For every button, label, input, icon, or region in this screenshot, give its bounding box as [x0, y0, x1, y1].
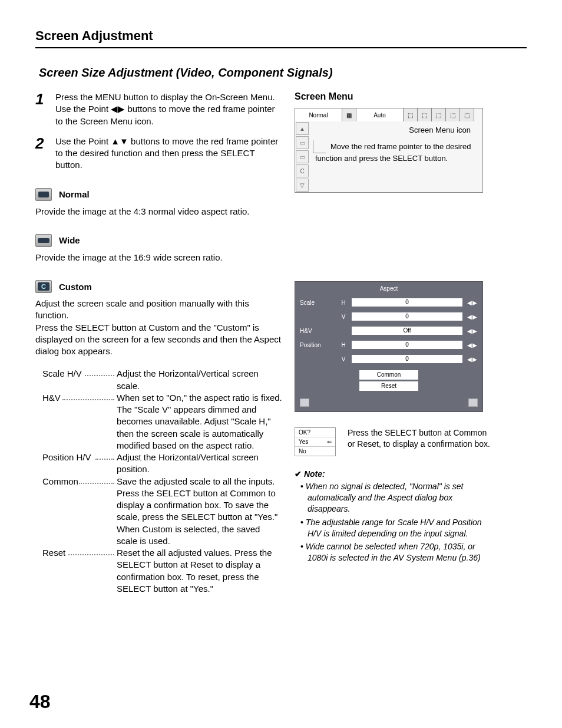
def-scale-hv: Scale H/V Adjust the Horizontal/Vertical… [42, 368, 283, 392]
step-number: 1 [35, 91, 55, 127]
wide-icon [35, 234, 52, 247]
menu-icon: ⬚ [432, 108, 446, 121]
menu-icon: ⬚ [404, 108, 418, 121]
mode-desc: Provide the image at the 4:3 normal vide… [35, 206, 283, 218]
def-text: Adjust the Horizontal/Vertical screen po… [117, 452, 283, 476]
pointer-instruction: Move the red frame pointer to the desire… [315, 142, 471, 163]
def-reset: Reset Reset the all adjusted values. Pre… [42, 547, 283, 595]
aspect-common-button[interactable]: Common [359, 370, 418, 380]
stepper-icon[interactable]: ◀▶ [466, 342, 478, 348]
custom-c-icon: C [296, 164, 309, 177]
def-label: Position H/V [42, 452, 91, 462]
def-text: Reset the all adjusted values. Press the… [117, 547, 283, 595]
mode-custom: Custom Adjust the screen scale and posit… [35, 280, 283, 357]
confirm-explanation: Press the SELECT button at Common or Res… [348, 427, 495, 450]
menu-top-auto: Auto [356, 108, 404, 121]
mode-normal: Normal Provide the image at the 4:3 norm… [35, 188, 283, 218]
screen-menu-title: Screen Menu [295, 91, 495, 102]
note-item: Wide cannot be selected when 720p, 1035i… [300, 541, 495, 564]
mode-title: Normal [59, 189, 90, 199]
screen-menu-icon-label: Screen Menu icon [315, 125, 477, 136]
screen-icon: ▭ [296, 136, 309, 149]
stepper-icon[interactable]: ◀▶ [466, 299, 478, 306]
mode-desc: Provide the image at the 16:9 wide scree… [35, 252, 283, 263]
aspect-v-label: V [335, 356, 352, 363]
aspect-reset-button[interactable]: Reset [359, 381, 418, 391]
arrow-up-icon: ▲ [296, 122, 309, 135]
aspect-position-label: Position [300, 342, 335, 348]
note-heading: Note: [295, 469, 325, 479]
step-number: 2 [35, 136, 55, 172]
arrow-down-icon: ▽ [296, 179, 309, 192]
menu-side-buttons: ▲ ▭ ▭ C ▽ [295, 121, 309, 192]
def-position-hv: Position H/V Adjust the Horizontal/Verti… [42, 452, 283, 476]
def-text: Adjust the Horizontal/Vertical screen sc… [117, 368, 283, 392]
mode-title: Custom [59, 282, 92, 292]
confirm-ok-label: OK? [299, 429, 310, 436]
step-1: 1 Press the MENU button to display the O… [35, 91, 283, 127]
menu-top-normal: Normal [295, 108, 342, 121]
step-text: Press the MENU button to display the On-… [55, 91, 283, 127]
note-list: When no signal is detected, "Normal" is … [295, 481, 495, 564]
arrow-left-icon: ⇐ [327, 439, 332, 445]
aspect-dialog: Aspect Scale H 0 ◀▶ V 0 ◀▶ H&V Off ◀▶ Po… [295, 281, 483, 412]
note-item: When no signal is detected, "Normal" is … [300, 481, 495, 515]
menu-icon: ⬚ [418, 108, 432, 121]
def-label: Reset [42, 548, 65, 558]
def-text: Save the adjusted scale to all the input… [117, 476, 283, 548]
step-2: 2 Use the Point ▲▼ buttons to move the r… [35, 136, 283, 172]
aspect-scale-label: Scale [300, 299, 335, 306]
stepper-icon[interactable]: ◀▶ [466, 314, 478, 320]
aspect-hv-label: H&V [300, 328, 335, 334]
def-hv: H&V When set to "On," the aspect ratio i… [42, 392, 283, 452]
back-icon[interactable] [468, 398, 478, 407]
note-item: The adjustable range for Scale H/V and P… [300, 517, 495, 539]
def-common: Common Save the adjusted scale to all th… [42, 476, 283, 548]
aspect-scale-h-field[interactable]: 0 [352, 298, 462, 307]
step-text: Use the Point ▲▼ buttons to move the red… [55, 136, 283, 172]
def-label: H&V [42, 393, 61, 403]
screen-icon: ▭ [296, 150, 309, 163]
def-label: Scale H/V [42, 368, 82, 378]
mode-wide: Wide Provide the image at the 16:9 wide … [35, 234, 283, 263]
confirm-no-button[interactable]: No [299, 448, 306, 454]
aspect-position-v-field[interactable]: 0 [352, 355, 462, 363]
def-label: Common [42, 476, 78, 486]
mode-desc: Adjust the screen scale and position man… [35, 298, 283, 357]
quit-icon[interactable] [300, 398, 309, 407]
confirm-box: OK? Yes⇐ No [295, 427, 336, 456]
stepper-icon[interactable]: ◀▶ [466, 356, 478, 363]
page-header: Screen Adjustment [35, 28, 527, 48]
page-number: 48 [29, 691, 51, 713]
leader-line [313, 140, 326, 153]
screen-menu-mock: Normal ▦ Auto ⬚ ⬚ ⬚ ⬚ ⬚ ▲ ▭ ▭ C ▽ Screen… [295, 108, 483, 193]
menu-top-icon: ▦ [342, 108, 356, 121]
aspect-v-label: V [335, 314, 352, 320]
section-title: Screen Size Adjustment (Video, Component… [39, 66, 527, 80]
normal-icon [35, 188, 52, 201]
stepper-icon[interactable]: ◀▶ [466, 328, 478, 334]
aspect-h-label: H [335, 342, 352, 348]
aspect-hv-field[interactable]: Off [352, 327, 462, 335]
menu-icon: ⬚ [460, 108, 474, 121]
aspect-title: Aspect [295, 282, 482, 295]
custom-icon [35, 280, 52, 293]
aspect-scale-v-field[interactable]: 0 [352, 312, 462, 321]
aspect-position-h-field[interactable]: 0 [352, 341, 462, 349]
menu-icon: ⬚ [446, 108, 460, 121]
confirm-yes-button[interactable]: Yes [299, 439, 308, 445]
def-text: When set to "On," the aspect ratio is fi… [117, 392, 283, 452]
aspect-h-label: H [335, 299, 352, 306]
mode-title: Wide [59, 235, 80, 245]
